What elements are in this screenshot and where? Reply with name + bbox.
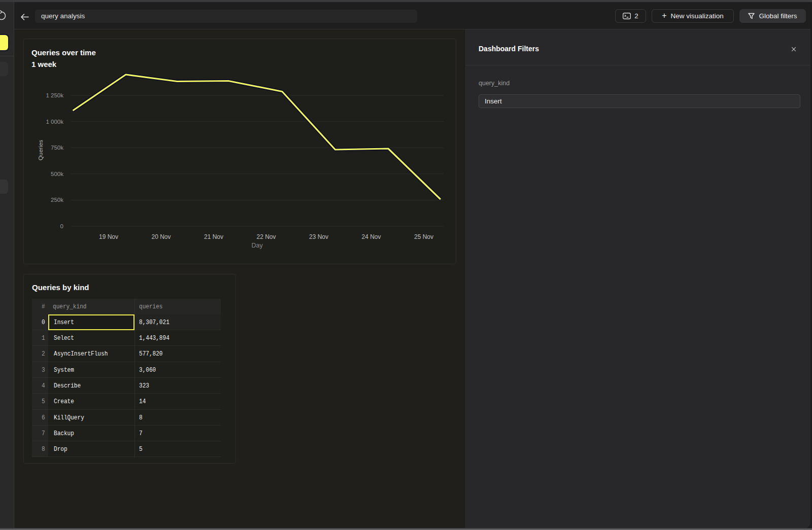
svg-text:20 Nov: 20 Nov bbox=[151, 233, 171, 240]
svg-text:24 Nov: 24 Nov bbox=[361, 233, 381, 240]
svg-text:25 Nov: 25 Nov bbox=[414, 233, 433, 240]
svg-text:1 250k: 1 250k bbox=[46, 92, 63, 98]
svg-text:250k: 250k bbox=[51, 197, 63, 203]
svg-text:0: 0 bbox=[60, 223, 63, 229]
svg-text:750k: 750k bbox=[51, 145, 63, 151]
svg-text:19 Nov: 19 Nov bbox=[99, 233, 118, 240]
svg-text:23 Nov: 23 Nov bbox=[309, 233, 328, 240]
svg-text:1 000k: 1 000k bbox=[46, 119, 63, 125]
svg-text:Day: Day bbox=[252, 242, 263, 249]
svg-text:Queries: Queries bbox=[38, 140, 44, 161]
svg-text:22 Nov: 22 Nov bbox=[256, 233, 276, 240]
svg-text:21 Nov: 21 Nov bbox=[204, 233, 223, 240]
svg-text:500k: 500k bbox=[51, 171, 63, 177]
